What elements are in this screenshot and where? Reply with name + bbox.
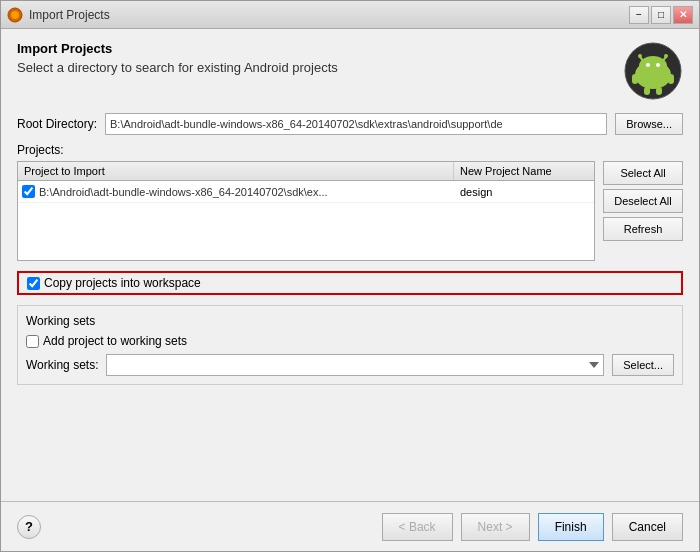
col-header-newname: New Project Name: [454, 162, 594, 180]
minimize-button[interactable]: −: [629, 6, 649, 24]
copy-workspace-row: Copy projects into workspace: [17, 271, 683, 295]
dialog-title: Import Projects: [17, 41, 623, 56]
svg-point-7: [664, 54, 668, 58]
root-directory-row: Root Directory: Browse...: [17, 113, 683, 135]
svg-point-5: [638, 54, 642, 58]
row-newname: design: [454, 184, 594, 200]
header-section: Import Projects Select a directory to se…: [17, 41, 683, 101]
title-bar-controls: − □ ✕: [629, 6, 693, 24]
add-working-sets-row: Add project to working sets: [26, 334, 674, 348]
root-dir-input[interactable]: [105, 113, 607, 135]
next-button[interactable]: Next >: [461, 513, 530, 541]
svg-rect-12: [656, 87, 662, 95]
main-window: Import Projects − □ ✕ Import Projects Se…: [0, 0, 700, 552]
spacer: [17, 395, 683, 489]
svg-point-8: [639, 56, 667, 76]
row-checkbox-cell: [18, 183, 39, 200]
svg-point-10: [656, 63, 660, 67]
svg-rect-11: [644, 87, 650, 95]
ws-label: Working sets:: [26, 358, 98, 372]
col-header-project: Project to Import: [18, 162, 454, 180]
projects-label: Projects:: [17, 143, 683, 157]
browse-button[interactable]: Browse...: [615, 113, 683, 135]
cancel-button[interactable]: Cancel: [612, 513, 683, 541]
header-text: Import Projects Select a directory to se…: [17, 41, 623, 75]
add-working-sets-label: Add project to working sets: [43, 334, 187, 348]
table-row: B:\Android\adt-bundle-windows-x86_64-201…: [18, 181, 594, 203]
dialog-content: Import Projects Select a directory to se…: [1, 29, 699, 501]
finish-button[interactable]: Finish: [538, 513, 604, 541]
window-icon: [7, 7, 23, 23]
android-logo: [623, 41, 683, 101]
copy-workspace-label: Copy projects into workspace: [44, 276, 201, 290]
svg-rect-14: [668, 74, 674, 84]
refresh-button[interactable]: Refresh: [603, 217, 683, 241]
ws-select-button[interactable]: Select...: [612, 354, 674, 376]
select-all-button[interactable]: Select All: [603, 161, 683, 185]
svg-point-1: [11, 11, 19, 19]
projects-table: Project to Import New Project Name B:\An…: [17, 161, 595, 261]
root-dir-label: Root Directory:: [17, 117, 97, 131]
title-bar-text: Import Projects: [29, 8, 629, 22]
close-button[interactable]: ✕: [673, 6, 693, 24]
bottom-buttons: < Back Next > Finish Cancel: [382, 513, 683, 541]
row-checkbox[interactable]: [22, 185, 35, 198]
working-sets-input-row: Working sets: Select...: [26, 354, 674, 376]
bottom-bar: ? < Back Next > Finish Cancel: [1, 501, 699, 551]
projects-area: Project to Import New Project Name B:\An…: [17, 161, 683, 261]
back-button[interactable]: < Back: [382, 513, 453, 541]
side-buttons: Select All Deselect All Refresh: [603, 161, 683, 261]
working-sets-section: Working sets Add project to working sets…: [17, 305, 683, 385]
copy-workspace-checkbox[interactable]: [27, 277, 40, 290]
dialog-subtitle: Select a directory to search for existin…: [17, 60, 623, 75]
row-path: B:\Android\adt-bundle-windows-x86_64-201…: [39, 186, 454, 198]
svg-rect-13: [632, 74, 638, 84]
working-sets-title: Working sets: [26, 314, 674, 328]
deselect-all-button[interactable]: Deselect All: [603, 189, 683, 213]
working-sets-input[interactable]: [106, 354, 604, 376]
title-bar: Import Projects − □ ✕: [1, 1, 699, 29]
add-working-sets-checkbox[interactable]: [26, 335, 39, 348]
svg-point-9: [646, 63, 650, 67]
maximize-button[interactable]: □: [651, 6, 671, 24]
table-header: Project to Import New Project Name: [18, 162, 594, 181]
help-button[interactable]: ?: [17, 515, 41, 539]
